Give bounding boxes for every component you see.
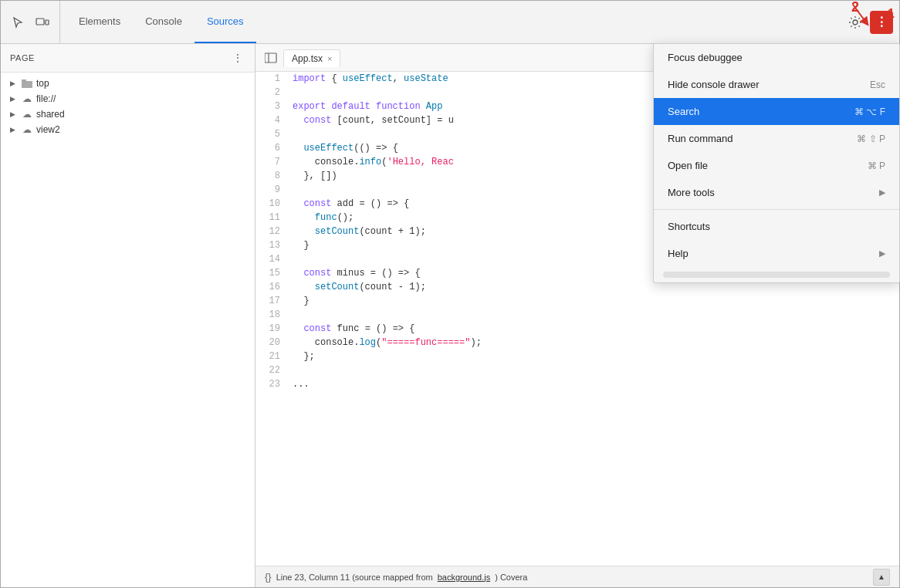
tree-item-view2[interactable]: ▶ ☁ view2 (1, 122, 255, 137)
code-line-18: 18 (255, 308, 899, 322)
tab-elements[interactable]: Elements (66, 1, 133, 43)
sidebar-more-btn[interactable]: ⋮ (230, 50, 245, 66)
more-button[interactable]: ⋮ (870, 11, 893, 34)
menu-label-focus-debuggee: Focus debuggee (668, 52, 743, 63)
menu-label-hide-console: Hide console drawer (668, 79, 760, 90)
dropdown-menu: Focus debuggee Hide console drawer Esc S… (653, 43, 900, 283)
code-line-22: 22 (255, 363, 899, 377)
menu-item-shortcuts[interactable]: Shortcuts (654, 213, 899, 240)
menu-item-search[interactable]: Search ⌘ ⌥ F (654, 98, 899, 125)
devtools-window: Elements Console Sources ⋮ 2 (0, 0, 900, 588)
svg-rect-3 (22, 81, 32, 88)
menu-arrow-help: ▶ (879, 248, 885, 259)
cloud-icon-view2: ☁ (21, 124, 33, 135)
tab-sources[interactable]: Sources (195, 1, 256, 43)
menu-label-shortcuts: Shortcuts (668, 221, 710, 232)
toolbar-right: ⋮ (837, 1, 899, 43)
sidebar-title: Page (10, 53, 35, 63)
svg-point-2 (853, 20, 858, 25)
svg-rect-1 (46, 20, 49, 25)
file-tab-apptsx[interactable]: App.tsx × (283, 49, 340, 67)
code-line-20: 20 console.log("=====func====="); (255, 336, 899, 350)
tree-arrow-file: ▶ (7, 93, 18, 104)
tab-console[interactable]: Console (133, 1, 195, 43)
sidebar: Page ⋮ ▶ top ▶ ☁ file (1, 44, 255, 587)
menu-label-search: Search (668, 106, 699, 117)
menu-scrollbar (663, 272, 890, 278)
menu-item-more-tools[interactable]: More tools ▶ (654, 179, 899, 206)
menu-separator-1 (654, 209, 899, 210)
folder-icon-top (21, 78, 33, 89)
menu-shortcut-hide-console: Esc (870, 79, 885, 90)
tree-label-file: file:// (36, 93, 56, 104)
settings-button[interactable] (844, 11, 867, 34)
svg-rect-0 (36, 19, 44, 25)
svg-rect-4 (22, 79, 26, 82)
toggle-sidebar-btn[interactable] (262, 49, 280, 67)
tree-arrow-top: ▶ (7, 78, 18, 89)
code-line-23: 23 ... (255, 377, 899, 391)
menu-label-more-tools: More tools (668, 187, 715, 198)
menu-item-help[interactable]: Help ▶ (654, 240, 899, 267)
code-line-17: 17 } (255, 294, 899, 308)
menu-item-focus-debuggee[interactable]: Focus debuggee (654, 44, 899, 71)
status-right: ▲ (873, 569, 890, 586)
device-icon-btn[interactable] (32, 12, 53, 33)
status-text: Line 23, Column 11 (source mapped from (276, 573, 433, 582)
sidebar-header: Page ⋮ (1, 44, 255, 73)
toolbar-tabs: Elements Console Sources (60, 1, 837, 43)
status-link[interactable]: background.js (438, 573, 491, 582)
menu-shortcut-search: ⌘ ⌥ F (854, 106, 885, 117)
menu-shortcut-open-file: ⌘ P (868, 161, 885, 171)
curly-braces-icon: {} (265, 571, 272, 583)
cloud-icon-file: ☁ (21, 93, 33, 104)
menu-item-open-file[interactable]: Open file ⌘ P (654, 152, 899, 179)
menu-label-open-file: Open file (668, 160, 708, 171)
tree-label-top: top (36, 78, 49, 89)
toolbar-left (1, 1, 60, 43)
sidebar-tree: ▶ top ▶ ☁ file:// ▶ ☁ (1, 73, 255, 587)
tree-arrow-view2: ▶ (7, 124, 18, 135)
code-line-21: 21 }; (255, 350, 899, 363)
file-tab-close[interactable]: × (327, 54, 332, 63)
tree-item-file[interactable]: ▶ ☁ file:// (1, 91, 255, 106)
cloud-icon-shared: ☁ (21, 109, 33, 120)
menu-label-help: Help (668, 248, 689, 259)
menu-arrow-more-tools: ▶ (879, 188, 885, 198)
tree-label-view2: view2 (36, 124, 60, 135)
expand-console-btn[interactable]: ▲ (873, 569, 890, 586)
svg-rect-5 (265, 53, 276, 63)
status-suffix: ) Covera (495, 573, 527, 582)
tree-label-shared: shared (36, 109, 65, 120)
tree-item-shared[interactable]: ▶ ☁ shared (1, 106, 255, 122)
tree-item-top[interactable]: ▶ top (1, 76, 255, 91)
menu-shortcut-run-command: ⌘ ⇧ P (857, 133, 885, 144)
tree-arrow-shared: ▶ (7, 109, 18, 120)
toolbar: Elements Console Sources ⋮ 2 (1, 1, 899, 44)
menu-item-run-command[interactable]: Run command ⌘ ⇧ P (654, 125, 899, 152)
menu-label-run-command: Run command (668, 133, 733, 144)
file-tab-label: App.tsx (292, 53, 323, 64)
code-line-19: 19 const func = () => { (255, 322, 899, 336)
cursor-icon-btn[interactable] (7, 12, 29, 33)
status-bar: {} Line 23, Column 11 (source mapped fro… (255, 566, 899, 587)
menu-item-hide-console[interactable]: Hide console drawer Esc (654, 71, 899, 98)
